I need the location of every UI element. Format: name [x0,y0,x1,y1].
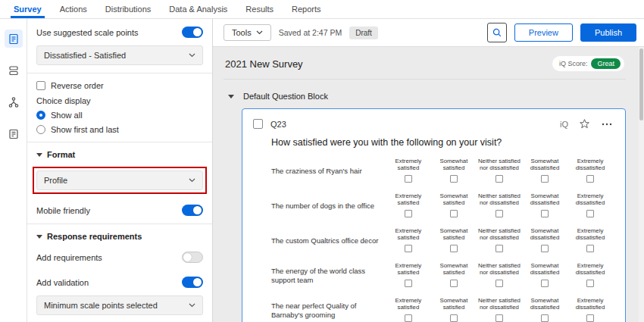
answer-checkbox[interactable] [450,314,458,322]
scale-option-label: Somewhat dissatisfied [522,156,567,170]
answer-checkbox[interactable] [586,245,594,252]
format-title: Format [47,150,75,159]
answer-checkbox[interactable] [496,210,503,217]
annotation-highlight: Profile [33,167,207,194]
answer-checkbox[interactable] [405,245,412,252]
survey-builder-icon[interactable] [5,30,23,48]
scale-cell: Somewhat dissatisfied [522,156,567,186]
validation-type-dropdown[interactable]: Minimum scale points selected [36,295,203,315]
show-all-radio[interactable] [36,111,45,120]
tab-reports[interactable]: Reports [283,0,330,18]
left-icon-rail [0,19,27,322]
matrix-row: The custom Qualtrics office decorExtreme… [271,224,613,258]
reverse-order-checkbox[interactable] [36,81,45,90]
divider [27,73,212,73]
divider [27,224,212,224]
answer-checkbox[interactable] [496,314,503,322]
question-card[interactable]: Q23 iQ How satisfied were you with the f… [242,108,626,322]
question-select-checkbox[interactable] [253,119,263,129]
answer-checkbox[interactable] [450,280,458,287]
choice-display-label: Choice display [36,96,203,105]
show-first-last-label: Show first and last [51,125,119,134]
tab-distributions[interactable]: Distributions [96,0,161,18]
more-options-icon[interactable] [601,119,613,130]
format-dropdown[interactable]: Profile [36,170,203,190]
scale-option-label: Somewhat satisfied [431,226,477,240]
vertical-scrollbar[interactable] [639,47,644,322]
publish-button[interactable]: Publish [580,23,636,42]
scale-cell: Extremely dissatisfied [567,191,613,221]
chevron-down-icon [189,303,195,308]
tab-actions[interactable]: Actions [51,0,96,18]
question-id: Q23 [270,120,286,129]
blocks-icon[interactable] [5,61,23,80]
search-icon [492,27,502,38]
survey-options-icon[interactable] [5,125,23,143]
scale-cell: Extremely dissatisfied [567,261,613,291]
answer-checkbox[interactable] [405,175,412,183]
answer-checkbox[interactable] [450,210,458,217]
survey-flow-icon[interactable] [5,93,23,111]
use-suggested-label: Use suggested scale points [36,28,139,37]
tab-survey[interactable]: Survey [5,0,51,18]
question-text[interactable]: How satisfied were you with the followin… [271,137,613,148]
answer-checkbox[interactable] [450,175,458,183]
answer-checkbox[interactable] [586,280,594,287]
answer-checkbox[interactable] [541,175,549,183]
add-validation-toggle[interactable] [182,277,203,288]
iq-score-label: iQ Score: [559,60,588,67]
statement-label: The near perfect Quality of Barnaby's gr… [271,295,386,322]
collapse-arrow-icon [36,153,42,157]
show-all-label: Show all [51,111,83,120]
star-icon[interactable] [579,118,590,130]
chevron-down-icon [189,178,195,183]
scale-option-label: Somewhat dissatisfied [522,261,567,275]
collapse-arrow-icon [228,95,234,98]
main-area: Tools Saved at 2:47 PM Draft Preview Pub… [213,19,644,322]
tab-results[interactable]: Results [236,0,283,18]
scale-cell: Extremely dissatisfied [567,295,613,322]
answer-checkbox[interactable] [541,280,549,287]
matrix-row: The energy of the world class support te… [271,258,613,293]
answer-checkbox[interactable] [405,314,412,322]
question-block-header[interactable]: Default Question Block [228,92,630,101]
answer-checkbox[interactable] [586,175,594,183]
scrollbar-thumb[interactable] [639,48,643,120]
scale-option-label: Extremely satisfied [386,261,431,275]
add-requirements-toggle[interactable] [182,252,203,263]
search-button[interactable] [487,23,507,42]
scale-cell: Somewhat dissatisfied [522,226,567,256]
scale-points-dropdown[interactable]: Dissatisfied - Satisfied [36,45,203,65]
scale-cell: Extremely satisfied [386,156,431,186]
scale-option-label: Somewhat satisfied [431,191,477,205]
tab-data-analysis[interactable]: Data & Analysis [160,0,236,18]
scale-cell: Neither satisfied nor dissatisfied [477,226,522,256]
answer-checkbox[interactable] [496,280,503,287]
answer-checkbox[interactable] [496,245,503,252]
survey-toolbar: Tools Saved at 2:47 PM Draft Preview Pub… [213,19,644,47]
format-section-header[interactable]: Format [36,150,203,159]
scale-option-label: Extremely satisfied [386,226,431,240]
scale-cell: Somewhat dissatisfied [522,191,567,221]
mobile-friendly-toggle[interactable] [182,205,203,216]
response-requirements-title: Response requirements [47,232,142,241]
use-suggested-toggle[interactable] [182,27,203,38]
preview-button[interactable]: Preview [514,23,573,42]
answer-checkbox[interactable] [405,210,412,217]
answer-checkbox[interactable] [541,245,549,252]
tools-button[interactable]: Tools [224,24,271,41]
answer-checkbox[interactable] [586,210,594,217]
scale-cell: Neither satisfied nor dissatisfied [477,295,522,322]
scale-cell: Neither satisfied nor dissatisfied [477,156,522,186]
answer-checkbox[interactable] [586,314,594,322]
scale-cell: Extremely satisfied [386,261,431,291]
scale-cell: Somewhat satisfied [431,261,477,291]
response-requirements-header[interactable]: Response requirements [36,232,203,241]
show-first-last-radio[interactable] [36,125,45,134]
answer-checkbox[interactable] [541,210,549,217]
answer-checkbox[interactable] [496,175,503,183]
answer-checkbox[interactable] [541,314,549,322]
answer-checkbox[interactable] [405,280,412,287]
answer-checkbox[interactable] [450,245,458,252]
iq-assistant-label[interactable]: iQ [560,120,568,129]
